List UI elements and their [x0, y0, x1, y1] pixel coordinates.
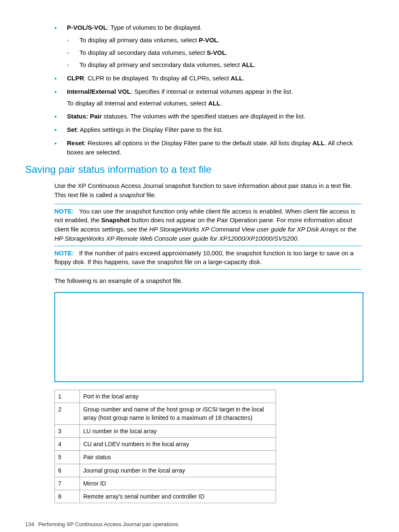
row-number: 2: [55, 403, 80, 425]
body-content: Use the XP Continuous Access Journal sna…: [54, 181, 361, 285]
table-row: 6Journal group number in the local array: [55, 464, 276, 477]
note-box: NOTE: You can use the snapshot function …: [54, 204, 361, 246]
row-description: LU number in the local array: [80, 424, 276, 437]
table-row: 8Remote array's serial number and contro…: [55, 490, 276, 503]
section-heading: Saving pair status information to a text…: [25, 162, 374, 177]
list-item: CLPR: CLPR to be displayed. To display a…: [54, 74, 361, 83]
footer-title: Performing XP Continuous Access Journal …: [38, 521, 178, 527]
table-row: 1Port in the local array: [55, 390, 276, 403]
page-number: 134: [25, 521, 34, 527]
table-row: 5Pair status: [55, 451, 276, 464]
row-description: Journal group number in the local array: [80, 464, 276, 477]
row-description: Group number and name of the host group …: [80, 403, 276, 425]
list-item: Reset: Restores all options in the Displ…: [54, 139, 361, 157]
row-number: 3: [55, 424, 80, 437]
row-description: Port in the local array: [80, 390, 276, 403]
term: P-VOL/S-VOL: [67, 24, 107, 31]
list-item: To display all primary and secondary dat…: [67, 60, 361, 69]
paragraph: Use the XP Continuous Access Journal sna…: [54, 181, 361, 200]
note-box: NOTE: If the number of pairs exceed appr…: [54, 246, 361, 270]
list-item: Status: Pair statuses. The volumes with …: [54, 112, 361, 121]
page-footer: 134Performing XP Continuous Access Journ…: [25, 521, 374, 529]
list-item: To display all secondary data volumes, s…: [67, 48, 361, 57]
table-row: 4CU and LDEV numbers in the local array: [55, 437, 276, 450]
row-description: Mirror ID: [80, 477, 276, 490]
sub-line: To display all internal and external vol…: [67, 99, 361, 108]
row-number: 6: [55, 464, 80, 477]
field-description-table: 1Port in the local array2Group number an…: [54, 390, 276, 504]
snapshot-example-figure: [54, 292, 363, 382]
row-number: 1: [55, 390, 80, 403]
list-item: P-VOL/S-VOL: Type of volumes to be displ…: [54, 23, 361, 69]
list-item: To display all primary data volumes, sel…: [67, 36, 361, 45]
row-number: 7: [55, 477, 80, 490]
table-row: 3LU number in the local array: [55, 424, 276, 437]
table-row: 2Group number and name of the host group…: [55, 403, 276, 425]
sub-list: To display all primary data volumes, sel…: [67, 36, 361, 69]
desc: : Type of volumes to be displayed.: [107, 24, 202, 31]
row-description: Pair status: [80, 451, 276, 464]
row-description: CU and LDEV numbers in the local array: [80, 437, 276, 450]
table-row: 7Mirror ID: [55, 477, 276, 490]
row-description: Remote array's serial number and control…: [80, 490, 276, 503]
bullet-list-top: P-VOL/S-VOL: Type of volumes to be displ…: [54, 23, 361, 157]
paragraph: The following is an example of a snapsho…: [54, 276, 361, 285]
row-number: 5: [55, 451, 80, 464]
row-number: 8: [55, 490, 80, 503]
list-item: Internal/External VOL: Specifies if inte…: [54, 87, 361, 108]
list-item: Set: Applies settings in the Display Fil…: [54, 125, 361, 134]
row-number: 4: [55, 437, 80, 450]
